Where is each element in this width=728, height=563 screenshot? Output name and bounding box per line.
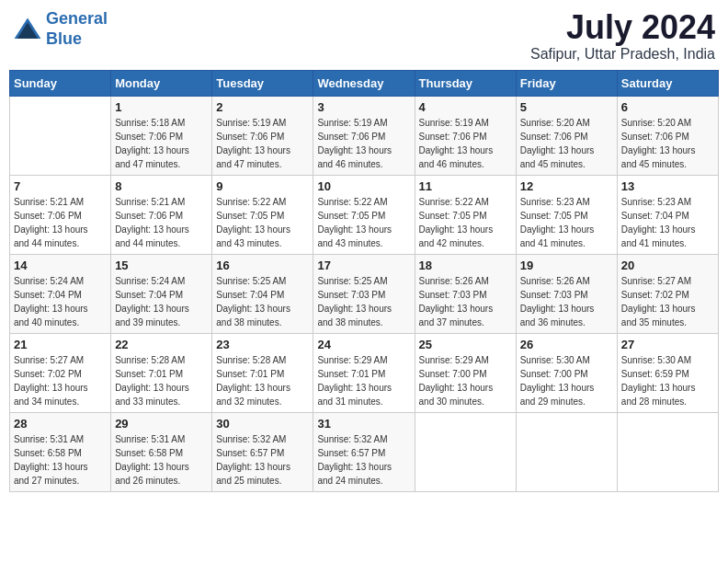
day-number: 3 <box>317 100 410 114</box>
header-row: SundayMondayTuesdayWednesdayThursdayFrid… <box>10 70 719 96</box>
day-number: 20 <box>621 259 714 272</box>
column-header-wednesday: Wednesday <box>313 70 415 96</box>
main-title: July 2024 <box>530 9 715 46</box>
day-number: 22 <box>115 338 208 351</box>
day-number: 12 <box>520 179 613 193</box>
day-number: 18 <box>419 259 512 272</box>
day-info: Sunrise: 5:25 AMSunset: 7:03 PMDaylight:… <box>317 274 410 329</box>
calendar-cell: 12Sunrise: 5:23 AMSunset: 7:05 PMDayligh… <box>516 175 617 254</box>
logo-text: General Blue <box>46 9 108 49</box>
week-row-3: 14Sunrise: 5:24 AMSunset: 7:04 PMDayligh… <box>10 254 719 333</box>
calendar-cell: 29Sunrise: 5:31 AMSunset: 6:58 PMDayligh… <box>111 412 212 491</box>
day-number: 21 <box>14 338 107 351</box>
day-number: 28 <box>14 417 107 431</box>
calendar-cell <box>516 412 617 491</box>
day-info: Sunrise: 5:20 AMSunset: 7:06 PMDaylight:… <box>621 116 714 171</box>
day-info: Sunrise: 5:30 AMSunset: 6:59 PMDaylight:… <box>621 353 714 408</box>
calendar-cell: 13Sunrise: 5:23 AMSunset: 7:04 PMDayligh… <box>617 175 718 254</box>
day-number: 2 <box>216 100 309 114</box>
week-row-1: 1Sunrise: 5:18 AMSunset: 7:06 PMDaylight… <box>10 96 719 175</box>
day-info: Sunrise: 5:28 AMSunset: 7:01 PMDaylight:… <box>115 353 208 408</box>
calendar-cell: 18Sunrise: 5:26 AMSunset: 7:03 PMDayligh… <box>415 254 516 333</box>
calendar-cell: 4Sunrise: 5:19 AMSunset: 7:06 PMDaylight… <box>415 96 516 175</box>
day-number: 13 <box>621 179 714 193</box>
calendar-cell: 6Sunrise: 5:20 AMSunset: 7:06 PMDaylight… <box>617 96 718 175</box>
day-info: Sunrise: 5:32 AMSunset: 6:57 PMDaylight:… <box>216 432 309 488</box>
day-number: 27 <box>621 338 714 351</box>
column-header-thursday: Thursday <box>415 70 516 96</box>
day-number: 11 <box>419 179 512 193</box>
calendar-cell: 2Sunrise: 5:19 AMSunset: 7:06 PMDaylight… <box>212 96 313 175</box>
calendar-cell: 10Sunrise: 5:22 AMSunset: 7:05 PMDayligh… <box>313 175 415 254</box>
column-header-friday: Friday <box>516 70 617 96</box>
day-number: 8 <box>115 179 208 193</box>
day-number: 9 <box>216 179 309 193</box>
calendar-cell: 15Sunrise: 5:24 AMSunset: 7:04 PMDayligh… <box>111 254 212 333</box>
day-info: Sunrise: 5:19 AMSunset: 7:06 PMDaylight:… <box>216 116 309 171</box>
calendar-cell: 16Sunrise: 5:25 AMSunset: 7:04 PMDayligh… <box>212 254 313 333</box>
day-info: Sunrise: 5:21 AMSunset: 7:06 PMDaylight:… <box>14 195 107 250</box>
column-header-monday: Monday <box>111 70 212 96</box>
week-row-5: 28Sunrise: 5:31 AMSunset: 6:58 PMDayligh… <box>10 412 719 491</box>
calendar-cell: 17Sunrise: 5:25 AMSunset: 7:03 PMDayligh… <box>313 254 415 333</box>
day-info: Sunrise: 5:22 AMSunset: 7:05 PMDaylight:… <box>419 195 512 250</box>
day-info: Sunrise: 5:19 AMSunset: 7:06 PMDaylight:… <box>317 116 410 171</box>
calendar-cell: 25Sunrise: 5:29 AMSunset: 7:00 PMDayligh… <box>415 333 516 412</box>
day-number: 4 <box>419 100 512 114</box>
day-info: Sunrise: 5:21 AMSunset: 7:06 PMDaylight:… <box>115 195 208 250</box>
calendar-cell <box>617 412 718 491</box>
calendar-cell <box>10 96 111 175</box>
logo: General Blue <box>13 9 108 49</box>
day-info: Sunrise: 5:20 AMSunset: 7:06 PMDaylight:… <box>520 116 613 171</box>
calendar-cell: 22Sunrise: 5:28 AMSunset: 7:01 PMDayligh… <box>111 333 212 412</box>
day-number: 26 <box>520 338 613 351</box>
calendar-cell: 1Sunrise: 5:18 AMSunset: 7:06 PMDaylight… <box>111 96 212 175</box>
day-info: Sunrise: 5:31 AMSunset: 6:58 PMDaylight:… <box>115 432 208 488</box>
day-info: Sunrise: 5:26 AMSunset: 7:03 PMDaylight:… <box>520 274 613 329</box>
calendar-cell: 30Sunrise: 5:32 AMSunset: 6:57 PMDayligh… <box>212 412 313 491</box>
day-number: 23 <box>216 338 309 351</box>
calendar-cell: 26Sunrise: 5:30 AMSunset: 7:00 PMDayligh… <box>516 333 617 412</box>
day-number: 15 <box>115 259 208 272</box>
day-number: 1 <box>115 100 208 114</box>
calendar-cell: 31Sunrise: 5:32 AMSunset: 6:57 PMDayligh… <box>313 412 415 491</box>
calendar-cell: 23Sunrise: 5:28 AMSunset: 7:01 PMDayligh… <box>212 333 313 412</box>
day-number: 24 <box>317 338 410 351</box>
day-info: Sunrise: 5:25 AMSunset: 7:04 PMDaylight:… <box>216 274 309 329</box>
logo-icon <box>13 17 42 42</box>
column-header-tuesday: Tuesday <box>212 70 313 96</box>
week-row-4: 21Sunrise: 5:27 AMSunset: 7:02 PMDayligh… <box>10 333 719 412</box>
calendar-cell: 24Sunrise: 5:29 AMSunset: 7:01 PMDayligh… <box>313 333 415 412</box>
calendar-cell: 11Sunrise: 5:22 AMSunset: 7:05 PMDayligh… <box>415 175 516 254</box>
day-number: 19 <box>520 259 613 272</box>
calendar-cell: 3Sunrise: 5:19 AMSunset: 7:06 PMDaylight… <box>313 96 415 175</box>
day-info: Sunrise: 5:23 AMSunset: 7:04 PMDaylight:… <box>621 195 714 250</box>
page-header: General Blue July 2024 Safipur, Uttar Pr… <box>9 9 719 63</box>
day-number: 16 <box>216 259 309 272</box>
day-info: Sunrise: 5:31 AMSunset: 6:58 PMDaylight:… <box>14 432 107 488</box>
calendar-cell: 20Sunrise: 5:27 AMSunset: 7:02 PMDayligh… <box>617 254 718 333</box>
day-number: 5 <box>520 100 613 114</box>
calendar-cell: 5Sunrise: 5:20 AMSunset: 7:06 PMDaylight… <box>516 96 617 175</box>
calendar-cell: 8Sunrise: 5:21 AMSunset: 7:06 PMDaylight… <box>111 175 212 254</box>
day-number: 14 <box>14 259 107 272</box>
day-info: Sunrise: 5:23 AMSunset: 7:05 PMDaylight:… <box>520 195 613 250</box>
calendar-cell: 28Sunrise: 5:31 AMSunset: 6:58 PMDayligh… <box>10 412 111 491</box>
day-info: Sunrise: 5:29 AMSunset: 7:00 PMDaylight:… <box>419 353 512 408</box>
calendar-cell: 21Sunrise: 5:27 AMSunset: 7:02 PMDayligh… <box>10 333 111 412</box>
column-header-sunday: Sunday <box>10 70 111 96</box>
calendar-cell: 27Sunrise: 5:30 AMSunset: 6:59 PMDayligh… <box>617 333 718 412</box>
title-area: July 2024 Safipur, Uttar Pradesh, India <box>530 9 715 63</box>
week-row-2: 7Sunrise: 5:21 AMSunset: 7:06 PMDaylight… <box>10 175 719 254</box>
day-info: Sunrise: 5:27 AMSunset: 7:02 PMDaylight:… <box>621 274 714 329</box>
day-info: Sunrise: 5:28 AMSunset: 7:01 PMDaylight:… <box>216 353 309 408</box>
day-info: Sunrise: 5:24 AMSunset: 7:04 PMDaylight:… <box>14 274 107 329</box>
column-header-saturday: Saturday <box>617 70 718 96</box>
calendar-cell <box>415 412 516 491</box>
subtitle: Safipur, Uttar Pradesh, India <box>530 46 715 63</box>
day-number: 6 <box>621 100 714 114</box>
calendar-cell: 19Sunrise: 5:26 AMSunset: 7:03 PMDayligh… <box>516 254 617 333</box>
day-info: Sunrise: 5:24 AMSunset: 7:04 PMDaylight:… <box>115 274 208 329</box>
day-number: 10 <box>317 179 410 193</box>
day-number: 7 <box>14 179 107 193</box>
